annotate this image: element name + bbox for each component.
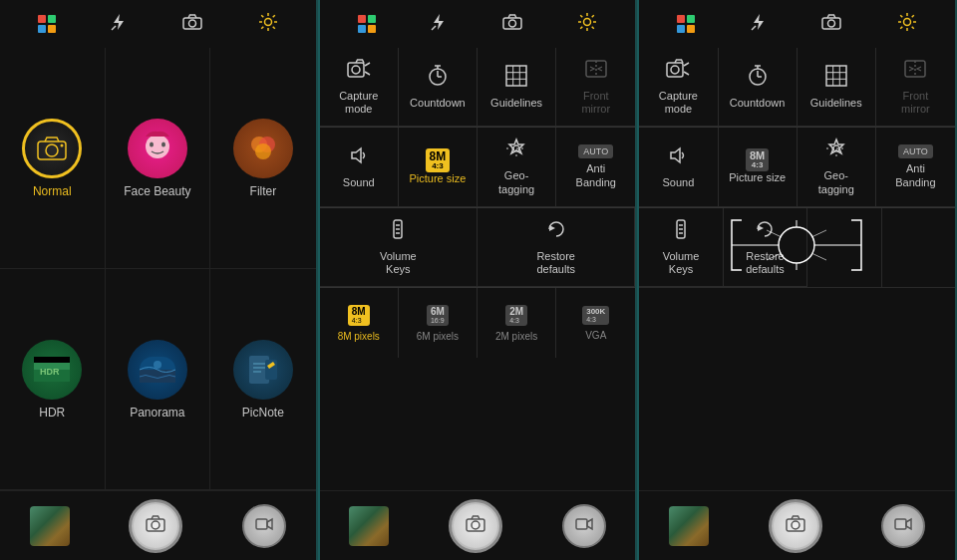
camera-mode-icon-panel1[interactable] <box>182 14 202 35</box>
svg-point-35 <box>152 521 160 529</box>
grid-icon-panel3[interactable] <box>677 15 695 33</box>
picture-size-badge-p3: 8M 4:3 <box>746 148 769 171</box>
mode-grid: Normal Face Beauty <box>0 48 316 490</box>
settings-row1-panel3: Capturemode Countdown <box>639 48 955 128</box>
flash-icon-panel2[interactable] <box>431 13 447 36</box>
svg-line-54 <box>365 72 370 75</box>
shutter-icon-panel3 <box>785 513 806 538</box>
svg-rect-30 <box>265 360 277 380</box>
svg-line-48 <box>592 26 594 28</box>
setting-volume-keys-p3[interactable]: VolumeKeys <box>639 208 723 287</box>
svg-point-16 <box>146 135 169 158</box>
size-2m[interactable]: 2M 4:3 2M pixels <box>478 288 556 358</box>
svg-point-77 <box>472 521 479 529</box>
setting-countdown-label-p3: Countdown <box>730 97 786 110</box>
svg-rect-93 <box>667 63 683 77</box>
setting-geotagging-p3[interactable]: Geo-tagging <box>798 128 876 206</box>
svg-point-41 <box>508 20 515 27</box>
svg-line-96 <box>684 72 689 75</box>
mode-normal[interactable]: Normal <box>0 48 106 269</box>
shutter-button-panel1[interactable] <box>129 499 182 553</box>
flash-icon-panel3[interactable] <box>751 13 767 36</box>
thumbnail-panel1[interactable] <box>30 506 70 546</box>
mode-hdr[interactable]: HDR HDR <box>0 269 106 490</box>
setting-restore-defaults[interactable]: Restoredefaults <box>478 208 635 287</box>
setting-anti-banding-p3[interactable]: AUTO AntiBanding <box>876 128 955 206</box>
size-6m[interactable]: 6M 16:9 6M pixels <box>399 288 478 358</box>
setting-countdown-label: Countdown <box>410 97 466 110</box>
picture-size-badge: 8M 4:3 <box>426 148 451 172</box>
setting-anti-banding-label: AntiBanding <box>576 162 616 188</box>
flash-icon-panel1[interactable] <box>111 13 127 36</box>
setting-volume-keys[interactable]: VolumeKeys <box>320 208 478 287</box>
svg-rect-129 <box>895 519 906 529</box>
mode-face-beauty[interactable]: Face Beauty <box>106 48 211 269</box>
geotagging-icon-p3 <box>825 138 847 165</box>
mode-filter[interactable]: Filter <box>210 48 316 269</box>
mode-picnote-label: PicNote <box>242 406 284 420</box>
camera-mode-icon-panel3[interactable] <box>821 14 841 35</box>
restore-icon <box>545 218 567 246</box>
mode-panorama-label: Panorama <box>130 406 184 420</box>
size-8m-label: 8M pixels <box>338 331 380 342</box>
shutter-button-panel2[interactable] <box>449 499 502 553</box>
guidelines-icon-p3 <box>825 65 847 93</box>
settings-icon-panel2[interactable] <box>577 12 597 37</box>
setting-front-mirror[interactable]: Frontmirror <box>556 48 635 127</box>
grid-icon-panel1[interactable] <box>38 15 56 33</box>
thumbnail-panel2[interactable] <box>349 506 389 546</box>
video-button-panel3[interactable] <box>881 504 925 548</box>
camera-mode-icon-panel2[interactable] <box>502 14 522 35</box>
setting-capture-mode-p3[interactable]: Capturemode <box>639 48 718 127</box>
setting-guidelines[interactable]: Guidelines <box>478 48 556 127</box>
svg-point-52 <box>352 66 360 74</box>
setting-picture-size-p3[interactable]: 8M 4:3 Picture size <box>719 128 798 206</box>
svg-line-12 <box>261 26 263 28</box>
setting-restore-defaults-p3[interactable]: Restoredefaults <box>724 208 807 287</box>
setting-geotagging[interactable]: Geo-tagging <box>478 128 556 206</box>
video-icon-panel3 <box>894 517 912 535</box>
mode-panorama-icon <box>128 340 187 400</box>
shutter-icon-panel1 <box>145 513 166 538</box>
video-button-panel2[interactable] <box>562 504 606 548</box>
settings-row1-panel2: Capturemode Countdown <box>320 48 636 128</box>
settings-icon-panel1[interactable] <box>258 12 278 37</box>
setting-capture-mode[interactable]: Capturemode <box>320 48 399 127</box>
setting-sound-p3[interactable]: Sound <box>639 128 718 206</box>
mode-picnote[interactable]: PicNote <box>210 269 316 490</box>
setting-guidelines-p3[interactable]: Guidelines <box>798 48 876 127</box>
svg-point-17 <box>150 141 154 146</box>
setting-picture-size[interactable]: 8M 4:3 Picture size <box>399 128 478 206</box>
setting-front-mirror-label: Frontmirror <box>581 90 610 116</box>
toolbar-panel2 <box>320 0 636 48</box>
setting-anti-banding[interactable]: AUTO AntiBanding <box>556 128 635 206</box>
size-2m-label: 2M pixels <box>495 331 537 342</box>
setting-anti-banding-label-p3: AntiBanding <box>895 162 935 188</box>
thumbnail-panel3[interactable] <box>669 506 709 546</box>
size-2m-badge: 2M 4:3 <box>505 305 527 326</box>
mode-panorama[interactable]: Panorama <box>106 269 211 490</box>
geotagging-icon <box>505 138 527 165</box>
setting-countdown[interactable]: Countdown <box>399 48 478 127</box>
svg-point-28 <box>154 361 161 369</box>
svg-rect-36 <box>256 519 267 529</box>
svg-line-50 <box>581 26 583 28</box>
svg-line-53 <box>365 63 370 66</box>
setting-front-mirror-p3[interactable]: Frontmirror <box>876 48 955 127</box>
mode-picnote-icon <box>233 340 293 400</box>
size-vga[interactable]: 300K 4:3 VGA <box>556 288 635 358</box>
svg-point-84 <box>904 18 911 25</box>
setting-volume-keys-label: VolumeKeys <box>380 250 417 276</box>
sound-icon <box>348 144 370 172</box>
grid-icon-panel2[interactable] <box>358 15 376 33</box>
toolbar-panel3 <box>639 0 955 48</box>
setting-sound[interactable]: Sound <box>320 128 399 206</box>
settings-icon-panel3[interactable] <box>897 12 917 37</box>
size-8m[interactable]: 8M 4:3 8M pixels <box>320 288 399 358</box>
svg-point-128 <box>792 521 799 529</box>
setting-countdown-p3[interactable]: Countdown <box>719 48 798 127</box>
mode-filter-label: Filter <box>250 184 277 198</box>
video-button-panel1[interactable] <box>242 504 286 548</box>
size-6m-label: 6M pixels <box>417 331 459 342</box>
shutter-button-panel3[interactable] <box>769 499 822 553</box>
